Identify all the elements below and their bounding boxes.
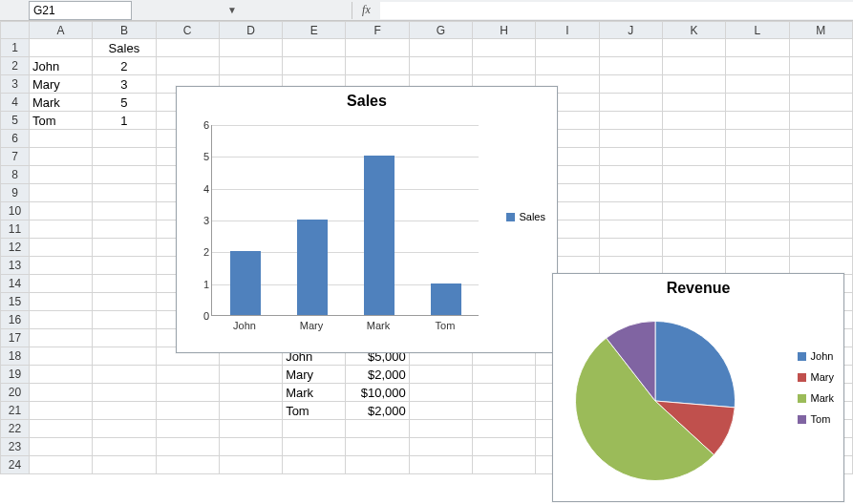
cell-K11[interactable] <box>662 220 725 239</box>
row-header-16[interactable]: 16 <box>1 311 30 329</box>
cell-G22[interactable] <box>409 420 472 438</box>
cell-K13[interactable] <box>662 257 725 275</box>
col-header-E[interactable]: E <box>283 22 346 39</box>
col-header-H[interactable]: H <box>473 22 536 39</box>
cell-A24[interactable] <box>29 456 92 474</box>
col-header-K[interactable]: K <box>662 22 725 39</box>
cell-C1[interactable] <box>156 39 219 57</box>
cell-K5[interactable] <box>662 112 725 130</box>
row-header-4[interactable]: 4 <box>1 94 30 112</box>
cell-B1[interactable]: Sales <box>93 39 156 57</box>
cell-L10[interactable] <box>726 202 789 220</box>
cell-F20[interactable]: $10,000 <box>346 384 409 402</box>
cell-M13[interactable] <box>789 257 853 275</box>
cell-A23[interactable] <box>29 438 92 456</box>
row-header-3[interactable]: 3 <box>1 75 30 94</box>
cell-C24[interactable] <box>156 456 219 474</box>
cell-J6[interactable] <box>599 130 662 148</box>
col-header-C[interactable]: C <box>156 22 219 39</box>
cell-M12[interactable] <box>789 239 853 257</box>
cell-C2[interactable] <box>156 57 219 75</box>
cell-M8[interactable] <box>789 166 853 184</box>
row-header-12[interactable]: 12 <box>1 239 30 257</box>
row-header-21[interactable]: 21 <box>1 402 30 420</box>
cell-H24[interactable] <box>473 456 536 474</box>
cell-K12[interactable] <box>662 239 725 257</box>
row-header-17[interactable]: 17 <box>1 329 30 347</box>
cell-F1[interactable] <box>346 39 409 57</box>
cell-H2[interactable] <box>473 57 536 75</box>
cell-M3[interactable] <box>789 75 853 94</box>
cell-B3[interactable]: 3 <box>93 75 156 94</box>
row-header-23[interactable]: 23 <box>1 438 30 456</box>
cell-B22[interactable] <box>93 420 156 438</box>
chart-sales-bar[interactable]: Sales 0123456 JohnMaryMarkTom Sales <box>176 86 558 353</box>
cell-M2[interactable] <box>789 57 853 75</box>
cell-E22[interactable] <box>283 420 346 438</box>
cell-C21[interactable] <box>156 402 219 420</box>
cell-M6[interactable] <box>789 130 853 148</box>
cell-A15[interactable] <box>29 293 92 311</box>
cell-K2[interactable] <box>662 57 725 75</box>
cell-J4[interactable] <box>599 94 662 112</box>
col-header-D[interactable]: D <box>219 22 282 39</box>
cell-G24[interactable] <box>409 456 472 474</box>
cell-A16[interactable] <box>29 311 92 329</box>
cell-L3[interactable] <box>726 75 789 94</box>
chart-revenue-pie[interactable]: Revenue JohnMaryMarkTom <box>552 273 844 502</box>
cell-B9[interactable] <box>93 184 156 202</box>
cell-M7[interactable] <box>789 148 853 166</box>
cell-A13[interactable] <box>29 257 92 275</box>
fx-icon[interactable]: fx <box>352 2 374 19</box>
cell-J12[interactable] <box>599 239 662 257</box>
cell-B5[interactable]: 1 <box>93 112 156 130</box>
cell-B8[interactable] <box>93 166 156 184</box>
cell-E2[interactable] <box>283 57 346 75</box>
cell-L8[interactable] <box>726 166 789 184</box>
name-box-dropdown-icon[interactable]: ▼ <box>227 5 237 15</box>
row-header-1[interactable]: 1 <box>1 39 30 57</box>
cell-K10[interactable] <box>662 202 725 220</box>
cell-J3[interactable] <box>599 75 662 94</box>
row-header-14[interactable]: 14 <box>1 275 30 293</box>
row-header-22[interactable]: 22 <box>1 420 30 438</box>
cell-G21[interactable] <box>409 402 472 420</box>
cell-A18[interactable] <box>29 347 92 366</box>
cell-G20[interactable] <box>409 384 472 402</box>
cell-C19[interactable] <box>156 366 219 384</box>
cell-F21[interactable]: $2,000 <box>346 402 409 420</box>
cell-L6[interactable] <box>726 130 789 148</box>
cell-B18[interactable] <box>93 347 156 366</box>
row-header-9[interactable]: 9 <box>1 184 30 202</box>
cell-A22[interactable] <box>29 420 92 438</box>
cell-L2[interactable] <box>726 57 789 75</box>
cell-A5[interactable]: Tom <box>29 112 92 130</box>
cell-B21[interactable] <box>93 402 156 420</box>
cell-E20[interactable]: Mark <box>283 384 346 402</box>
cell-A10[interactable] <box>29 202 92 220</box>
cell-B12[interactable] <box>93 239 156 257</box>
cell-C23[interactable] <box>156 438 219 456</box>
cell-J10[interactable] <box>599 202 662 220</box>
cell-A6[interactable] <box>29 130 92 148</box>
cell-D2[interactable] <box>219 57 282 75</box>
col-header-M[interactable]: M <box>789 22 853 39</box>
cell-L9[interactable] <box>726 184 789 202</box>
cell-D22[interactable] <box>219 420 282 438</box>
name-box[interactable]: G21 <box>29 1 132 20</box>
select-all-corner[interactable] <box>1 22 30 39</box>
cell-B16[interactable] <box>93 311 156 329</box>
row-header-5[interactable]: 5 <box>1 112 30 130</box>
cell-L1[interactable] <box>726 39 789 57</box>
cell-F22[interactable] <box>346 420 409 438</box>
cell-J9[interactable] <box>599 184 662 202</box>
cell-D1[interactable] <box>219 39 282 57</box>
cell-A12[interactable] <box>29 239 92 257</box>
cell-K8[interactable] <box>662 166 725 184</box>
cell-J5[interactable] <box>599 112 662 130</box>
row-header-20[interactable]: 20 <box>1 384 30 402</box>
cell-A17[interactable] <box>29 329 92 347</box>
cell-E24[interactable] <box>283 456 346 474</box>
cell-G23[interactable] <box>409 438 472 456</box>
cell-L11[interactable] <box>726 220 789 239</box>
